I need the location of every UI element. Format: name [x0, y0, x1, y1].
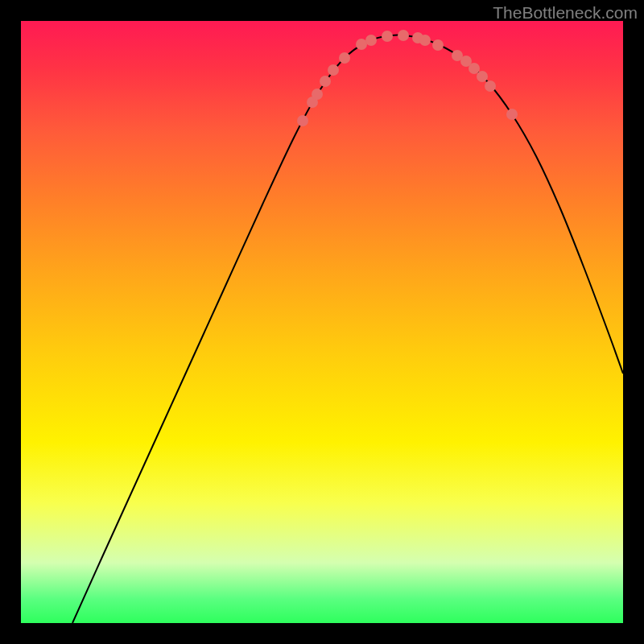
data-marker — [419, 35, 431, 46]
data-marker — [506, 109, 518, 120]
data-marker — [312, 89, 323, 100]
data-marker — [297, 115, 308, 126]
data-marker — [356, 39, 367, 50]
bottleneck-curve — [72, 35, 623, 623]
data-marker — [398, 30, 409, 41]
data-marker — [365, 35, 377, 46]
watermark-text: TheBottleneck.com — [493, 3, 638, 23]
chart-svg — [21, 21, 623, 623]
data-marker — [432, 39, 444, 51]
data-marker — [339, 52, 350, 64]
data-marker — [477, 71, 488, 82]
data-marker — [320, 76, 331, 87]
data-marker — [469, 63, 480, 74]
chart-plot-area — [21, 21, 623, 623]
data-marker — [382, 31, 393, 42]
data-markers — [297, 30, 518, 126]
data-marker — [485, 80, 496, 92]
data-marker — [328, 64, 339, 76]
